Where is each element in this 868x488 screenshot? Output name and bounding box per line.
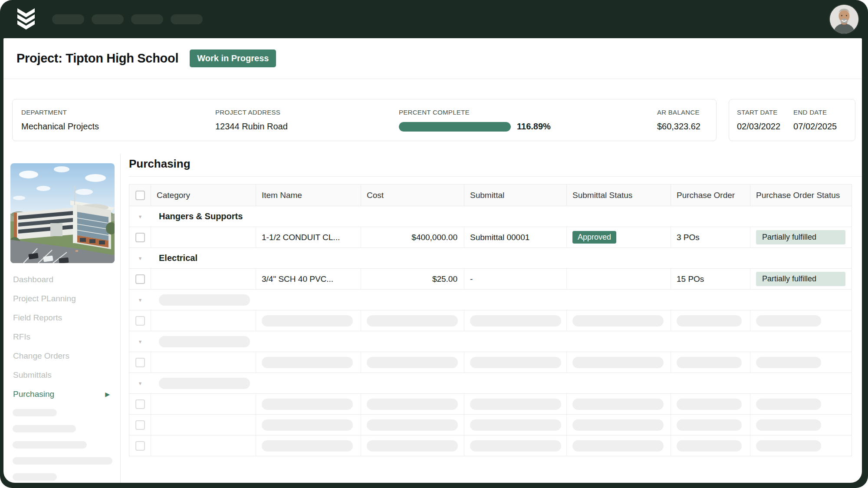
skeleton-pill: [572, 419, 664, 431]
skeleton-pill: [572, 440, 664, 452]
column-header-submittal-status[interactable]: Submittal Status: [567, 185, 671, 206]
skeleton-pill: [367, 315, 458, 326]
project-dates-card: START DATE 02/03/2022 END DATE 07/02/202…: [729, 99, 855, 141]
cell-category: [151, 269, 256, 289]
skeleton-pill: [677, 315, 742, 326]
project-building-image: [10, 163, 115, 263]
sidebar-item-label: Purchasing: [13, 389, 54, 399]
percent-complete-label: PERCENT COMPLETE: [399, 109, 657, 116]
skeleton-pill: [572, 315, 664, 326]
sidebar-skeleton-pill: [13, 441, 87, 448]
skeleton-pill: [756, 399, 821, 410]
project-header: Project: Tipton High School Work in Prog…: [3, 38, 862, 79]
skeleton-pill: [470, 419, 561, 431]
column-header-purchase-order-status[interactable]: Purchase Order Status: [750, 185, 852, 206]
skeleton-pill: [159, 294, 250, 306]
skeleton-pill: [677, 440, 742, 452]
sidebar-item-submittals[interactable]: Submittals: [3, 366, 120, 385]
progress-bar-fill: [399, 122, 511, 132]
start-date-block: START DATE 02/03/2022: [737, 109, 780, 132]
department-value: Mechanical Projects: [21, 122, 215, 132]
sidebar-skeleton-group: [13, 409, 120, 481]
department-block: DEPARTMENT Mechanical Projects: [21, 109, 215, 132]
user-avatar[interactable]: [830, 5, 858, 33]
collapse-triangle-icon[interactable]: ▼: [138, 214, 143, 219]
skeleton-group-row: ▼: [129, 290, 852, 310]
skeleton-pill: [572, 399, 664, 410]
column-header-purchase-order[interactable]: Purchase Order: [671, 185, 750, 206]
sidebar-item-field-reports[interactable]: Field Reports: [3, 308, 120, 327]
skeleton-pill: [367, 399, 458, 410]
collapse-triangle-icon: ▼: [138, 381, 143, 386]
sidebar-item-label: Project PLanning: [13, 294, 76, 303]
end-date-label: END DATE: [793, 109, 837, 116]
skeleton-pill: [262, 399, 353, 410]
sidebar-item-rfis[interactable]: RFIs: [3, 327, 120, 346]
cell-item-name: 1-1/2 CONDUIT CL...: [256, 227, 361, 247]
sidebar-item-change-orders[interactable]: Change Orders: [3, 346, 120, 366]
skeleton-pill: [470, 399, 561, 410]
sidebar-item-dashboard[interactable]: Dashboard: [3, 270, 120, 289]
nav-skeleton-group: [52, 14, 203, 24]
skeleton-group-row: ▼: [129, 331, 852, 352]
column-header-category[interactable]: Category: [151, 185, 256, 206]
project-summary-card: DEPARTMENT Mechanical Projects PROJECT A…: [12, 99, 717, 141]
row-checkbox: [135, 399, 145, 409]
triple-chevron-logo-icon[interactable]: [16, 8, 36, 30]
project-address-label: PROJECT ADDRESS: [215, 109, 399, 116]
cell-submittal: Submittal 00001: [464, 227, 567, 247]
purchase-order-status-badge: Partially fulfilled: [756, 230, 845, 244]
select-all-checkbox[interactable]: [135, 191, 145, 200]
department-label: DEPARTMENT: [21, 109, 215, 116]
column-header-submittal[interactable]: Submittal: [464, 185, 567, 206]
group-label: Electrical: [151, 253, 852, 263]
project-address-block: PROJECT ADDRESS 12344 Rubin Road: [215, 109, 399, 132]
percent-complete-value: 116.89%: [517, 122, 551, 132]
project-address-value: 12344 Rubin Road: [215, 122, 399, 132]
skeleton-pill: [470, 315, 561, 326]
purchasing-table: Category Item Name Cost Submittal Submit…: [129, 184, 852, 456]
page-title: Project: Tipton High School: [16, 51, 178, 66]
sidebar-item-purchasing[interactable]: Purchasing ▶: [3, 385, 120, 404]
skeleton-pill: [262, 419, 353, 431]
sidebar-skeleton-pill: [13, 425, 76, 432]
cell-cost: $400,000.00: [361, 227, 464, 247]
collapse-triangle-icon[interactable]: ▼: [138, 256, 143, 261]
nav-skeleton-pill: [131, 14, 163, 24]
skeleton-pill: [677, 399, 742, 410]
sidebar-skeleton-pill: [13, 409, 57, 416]
skeleton-table-row: [129, 394, 852, 415]
progress-bar: [399, 122, 511, 132]
end-date-value: 07/02/2025: [793, 122, 837, 132]
ar-balance-block: AR BALANCE $60,323.62: [657, 109, 706, 132]
sidebar-item-label: RFIs: [13, 332, 30, 342]
group-row-hangers-supports: ▼ Hangers & Supports: [129, 206, 852, 227]
nav-skeleton-pill: [171, 14, 203, 24]
sidebar-skeleton-pill: [13, 457, 112, 465]
collapse-triangle-icon: ▼: [138, 339, 143, 344]
skeleton-table-row: [129, 310, 852, 331]
cell-item-name: 3/4" SCH 40 PVC...: [256, 269, 361, 289]
sidebar-item-label: Change Orders: [13, 351, 69, 361]
cell-cost: $25.00: [361, 269, 464, 289]
top-nav-bar: [0, 0, 868, 38]
column-header-item-name[interactable]: Item Name: [256, 185, 361, 206]
skeleton-pill: [677, 419, 742, 431]
skeleton-pill: [262, 357, 353, 368]
table-row: 3/4" SCH 40 PVC... $25.00 - 15 POs Parti…: [129, 269, 852, 290]
skeleton-pill: [367, 440, 458, 452]
cell-purchase-order: 15 POs: [671, 269, 750, 289]
purchase-order-status-badge: Partially fulfilled: [756, 272, 845, 286]
cell-category: [151, 227, 256, 247]
row-checkbox: [135, 316, 145, 326]
row-checkbox[interactable]: [135, 233, 145, 242]
chevron-right-icon: ▶: [105, 391, 110, 398]
row-checkbox[interactable]: [135, 274, 145, 284]
column-header-cost[interactable]: Cost: [361, 185, 464, 206]
sidebar-item-label: Dashboard: [13, 275, 53, 284]
avatar-portrait-image: [830, 5, 858, 33]
sidebar-item-project-planning[interactable]: Project PLanning: [3, 289, 120, 308]
sidebar-nav: Dashboard Project PLanning Field Reports…: [3, 270, 120, 404]
row-checkbox: [135, 420, 145, 430]
skeleton-table-row: [129, 435, 852, 456]
